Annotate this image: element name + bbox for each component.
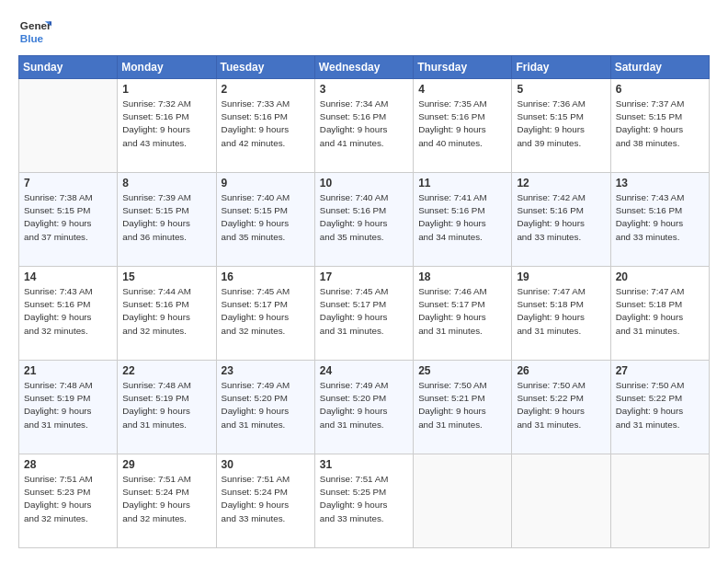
day-info: Sunrise: 7:42 AMSunset: 5:16 PMDaylight:… — [517, 192, 586, 242]
day-info: Sunrise: 7:34 AMSunset: 5:16 PMDaylight:… — [320, 98, 389, 148]
weekday-header-row: SundayMondayTuesdayWednesdayThursdayFrid… — [19, 56, 710, 79]
day-number: 11 — [418, 177, 506, 190]
weekday-header: Tuesday — [216, 56, 314, 79]
calendar-day: 31 Sunrise: 7:51 AMSunset: 5:25 PMDaylig… — [314, 454, 413, 548]
calendar-day: 17 Sunrise: 7:45 AMSunset: 5:17 PMDaylig… — [314, 267, 413, 361]
day-info: Sunrise: 7:50 AMSunset: 5:22 PMDaylight:… — [616, 380, 685, 430]
day-info: Sunrise: 7:45 AMSunset: 5:17 PMDaylight:… — [320, 286, 389, 336]
calendar-day: 5 Sunrise: 7:36 AMSunset: 5:15 PMDayligh… — [512, 79, 610, 173]
day-number: 9 — [222, 177, 310, 190]
day-info: Sunrise: 7:47 AMSunset: 5:18 PMDaylight:… — [517, 286, 586, 336]
calendar-day: 25 Sunrise: 7:50 AMSunset: 5:21 PMDaylig… — [414, 361, 512, 454]
weekday-header: Wednesday — [314, 56, 413, 79]
calendar-day: 27 Sunrise: 7:50 AMSunset: 5:22 PMDaylig… — [610, 361, 709, 454]
calendar-week-row: 21 Sunrise: 7:48 AMSunset: 5:19 PMDaylig… — [19, 361, 710, 454]
weekday-header: Thursday — [414, 56, 512, 79]
day-info: Sunrise: 7:51 AMSunset: 5:24 PMDaylight:… — [122, 474, 191, 523]
day-number: 6 — [616, 83, 704, 96]
day-info: Sunrise: 7:51 AMSunset: 5:24 PMDaylight:… — [222, 474, 290, 523]
calendar-week-row: 7 Sunrise: 7:38 AMSunset: 5:15 PMDayligh… — [19, 173, 710, 267]
calendar-day: 21 Sunrise: 7:48 AMSunset: 5:19 PMDaylig… — [19, 361, 118, 454]
day-info: Sunrise: 7:46 AMSunset: 5:17 PMDaylight:… — [418, 286, 487, 336]
day-number: 10 — [320, 177, 408, 190]
calendar-day: 12 Sunrise: 7:42 AMSunset: 5:16 PMDaylig… — [512, 173, 610, 267]
day-number: 28 — [24, 458, 112, 471]
calendar-day: 10 Sunrise: 7:40 AMSunset: 5:16 PMDaylig… — [314, 173, 413, 267]
day-number: 2 — [222, 83, 310, 96]
day-info: Sunrise: 7:51 AMSunset: 5:25 PMDaylight:… — [320, 474, 389, 523]
day-info: Sunrise: 7:49 AMSunset: 5:20 PMDaylight:… — [222, 380, 290, 430]
calendar-day: 7 Sunrise: 7:38 AMSunset: 5:15 PMDayligh… — [19, 173, 118, 267]
day-info: Sunrise: 7:44 AMSunset: 5:16 PMDaylight:… — [122, 286, 191, 336]
calendar-day: 13 Sunrise: 7:43 AMSunset: 5:16 PMDaylig… — [610, 173, 709, 267]
calendar-day: 22 Sunrise: 7:48 AMSunset: 5:19 PMDaylig… — [118, 361, 216, 454]
day-info: Sunrise: 7:47 AMSunset: 5:18 PMDaylight:… — [616, 286, 685, 336]
weekday-header: Sunday — [19, 56, 118, 79]
logo-icon: General Blue — [18, 15, 51, 48]
day-number: 1 — [122, 83, 210, 96]
day-number: 29 — [122, 458, 210, 471]
calendar-day: 4 Sunrise: 7:35 AMSunset: 5:16 PMDayligh… — [414, 79, 512, 173]
day-number: 19 — [517, 270, 605, 283]
day-number: 14 — [24, 270, 112, 283]
calendar-day — [610, 454, 709, 548]
logo: General Blue — [18, 15, 51, 48]
calendar-day: 1 Sunrise: 7:32 AMSunset: 5:16 PMDayligh… — [118, 79, 216, 173]
calendar-day: 15 Sunrise: 7:44 AMSunset: 5:16 PMDaylig… — [118, 267, 216, 361]
day-number: 16 — [222, 270, 310, 283]
day-info: Sunrise: 7:39 AMSunset: 5:15 PMDaylight:… — [122, 192, 191, 242]
day-number: 22 — [122, 364, 210, 377]
calendar-day: 11 Sunrise: 7:41 AMSunset: 5:16 PMDaylig… — [414, 173, 512, 267]
day-info: Sunrise: 7:40 AMSunset: 5:16 PMDaylight:… — [320, 192, 389, 242]
day-number: 15 — [122, 270, 210, 283]
day-number: 17 — [320, 270, 408, 283]
day-number: 30 — [222, 458, 310, 471]
calendar-day: 24 Sunrise: 7:49 AMSunset: 5:20 PMDaylig… — [314, 361, 413, 454]
day-info: Sunrise: 7:36 AMSunset: 5:15 PMDaylight:… — [517, 98, 586, 148]
calendar-day: 14 Sunrise: 7:43 AMSunset: 5:16 PMDaylig… — [19, 267, 118, 361]
calendar-day — [19, 79, 118, 173]
calendar-day: 2 Sunrise: 7:33 AMSunset: 5:16 PMDayligh… — [216, 79, 314, 173]
calendar-day: 23 Sunrise: 7:49 AMSunset: 5:20 PMDaylig… — [216, 361, 314, 454]
calendar-week-row: 28 Sunrise: 7:51 AMSunset: 5:23 PMDaylig… — [19, 454, 710, 548]
calendar-day: 28 Sunrise: 7:51 AMSunset: 5:23 PMDaylig… — [19, 454, 118, 548]
day-info: Sunrise: 7:50 AMSunset: 5:21 PMDaylight:… — [418, 380, 487, 430]
day-info: Sunrise: 7:37 AMSunset: 5:15 PMDaylight:… — [616, 98, 685, 148]
calendar-day: 6 Sunrise: 7:37 AMSunset: 5:15 PMDayligh… — [610, 79, 709, 173]
calendar-day — [414, 454, 512, 548]
day-number: 24 — [320, 364, 408, 377]
day-info: Sunrise: 7:43 AMSunset: 5:16 PMDaylight:… — [24, 286, 93, 336]
calendar-week-row: 1 Sunrise: 7:32 AMSunset: 5:16 PMDayligh… — [19, 79, 710, 173]
day-info: Sunrise: 7:48 AMSunset: 5:19 PMDaylight:… — [24, 380, 93, 430]
calendar-week-row: 14 Sunrise: 7:43 AMSunset: 5:16 PMDaylig… — [19, 267, 710, 361]
calendar-day: 16 Sunrise: 7:45 AMSunset: 5:17 PMDaylig… — [216, 267, 314, 361]
day-number: 23 — [222, 364, 310, 377]
day-number: 7 — [24, 177, 112, 190]
day-number: 31 — [320, 458, 408, 471]
day-info: Sunrise: 7:33 AMSunset: 5:16 PMDaylight:… — [222, 98, 290, 148]
day-info: Sunrise: 7:35 AMSunset: 5:16 PMDaylight:… — [418, 98, 487, 148]
day-number: 18 — [418, 270, 506, 283]
weekday-header: Saturday — [610, 56, 709, 79]
header: General Blue — [18, 15, 710, 48]
svg-text:General: General — [20, 19, 51, 31]
day-number: 25 — [418, 364, 506, 377]
day-number: 5 — [517, 83, 605, 96]
day-info: Sunrise: 7:48 AMSunset: 5:19 PMDaylight:… — [122, 380, 191, 430]
calendar-day: 29 Sunrise: 7:51 AMSunset: 5:24 PMDaylig… — [118, 454, 216, 548]
calendar-day: 19 Sunrise: 7:47 AMSunset: 5:18 PMDaylig… — [512, 267, 610, 361]
calendar-table: SundayMondayTuesdayWednesdayThursdayFrid… — [18, 55, 710, 548]
page: General Blue SundayMondayTuesdayWednesda… — [0, 0, 728, 563]
day-number: 8 — [122, 177, 210, 190]
weekday-header: Monday — [118, 56, 216, 79]
day-info: Sunrise: 7:45 AMSunset: 5:17 PMDaylight:… — [222, 286, 290, 336]
day-number: 4 — [418, 83, 506, 96]
day-number: 3 — [320, 83, 408, 96]
calendar-day — [512, 454, 610, 548]
weekday-header: Friday — [512, 56, 610, 79]
day-info: Sunrise: 7:51 AMSunset: 5:23 PMDaylight:… — [24, 474, 93, 523]
day-number: 20 — [616, 270, 704, 283]
day-number: 26 — [517, 364, 605, 377]
calendar-day: 18 Sunrise: 7:46 AMSunset: 5:17 PMDaylig… — [414, 267, 512, 361]
calendar-day: 9 Sunrise: 7:40 AMSunset: 5:15 PMDayligh… — [216, 173, 314, 267]
